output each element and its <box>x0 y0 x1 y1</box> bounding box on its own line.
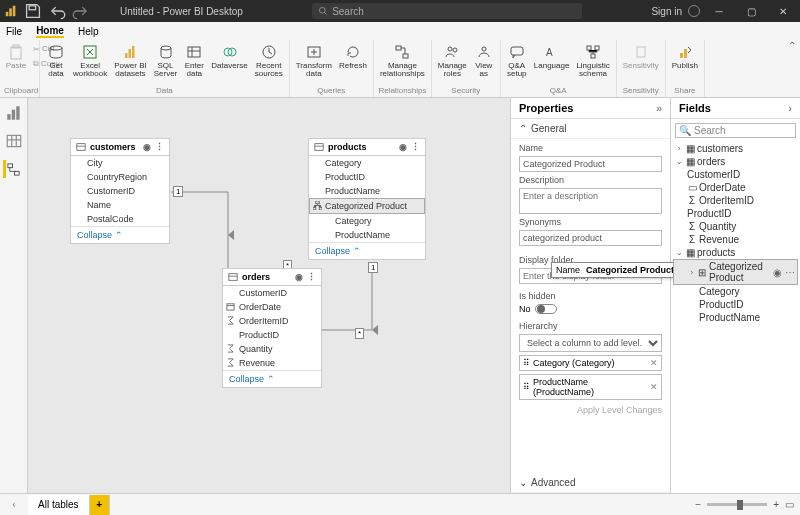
menu-file[interactable]: File <box>6 26 22 37</box>
model-canvas[interactable]: 1 * 1 * customers◉⋮ City CountryRegion C… <box>28 98 510 493</box>
field[interactable]: Name <box>71 198 169 212</box>
more-icon[interactable]: ⋮ <box>411 142 420 152</box>
manage-rel-button[interactable]: Manage relationships <box>378 42 427 79</box>
field-node[interactable]: ▭OrderDate <box>673 181 798 194</box>
minimize-button[interactable]: ─ <box>706 0 732 22</box>
model-view-icon[interactable] <box>3 160 21 178</box>
field[interactable]: CustomerID <box>71 184 169 198</box>
collapse-link[interactable]: Collapse ⌃ <box>229 374 275 384</box>
name-input[interactable] <box>519 156 662 172</box>
hierarchy-level[interactable]: Category <box>309 214 425 228</box>
table-products[interactable]: products◉⋮ Category ProductID ProductNam… <box>308 138 426 260</box>
expand-panel-icon[interactable]: › <box>788 102 792 114</box>
view-as-button[interactable]: View as <box>472 42 496 79</box>
fields-search[interactable]: 🔍Search <box>675 123 796 138</box>
drag-icon[interactable]: ⠿ <box>523 382 530 392</box>
hierarchy-node[interactable]: ›⊞Categorized Product◉⋯ <box>673 259 798 285</box>
field-node[interactable]: ΣRevenue <box>673 233 798 246</box>
field-node[interactable]: ProductID <box>673 298 798 311</box>
section-advanced[interactable]: ⌄Advanced <box>511 473 670 493</box>
field-node[interactable]: ΣOrderItemID <box>673 194 798 207</box>
avatar-icon[interactable] <box>688 5 700 17</box>
desc-input[interactable] <box>519 188 662 214</box>
menu-home[interactable]: Home <box>36 25 64 38</box>
hier-level[interactable]: ⠿ProductName (ProductName)✕ <box>519 374 662 400</box>
hierarchy-level[interactable]: ProductName <box>309 228 425 242</box>
recent-sources-button[interactable]: Recent sources <box>253 42 285 79</box>
syn-input[interactable] <box>519 230 662 246</box>
collapse-ribbon-icon[interactable]: ⌃ <box>784 40 800 97</box>
drag-icon[interactable]: ⠿ <box>523 358 530 368</box>
field[interactable]: OrderDate <box>223 300 321 314</box>
all-tables-tab[interactable]: All tables <box>28 495 90 515</box>
qa-setup-button[interactable]: Q&A setup <box>505 42 529 79</box>
field[interactable]: Category <box>309 156 425 170</box>
report-view-icon[interactable] <box>5 104 23 122</box>
maximize-button[interactable]: ▢ <box>738 0 764 22</box>
zoom-in-button[interactable]: + <box>773 499 779 510</box>
field[interactable]: ProductID <box>309 170 425 184</box>
pbi-datasets-button[interactable]: Power BI datasets <box>112 42 148 79</box>
excel-button[interactable]: Excel workbook <box>71 42 109 79</box>
hidden-toggle[interactable]: No <box>519 304 662 314</box>
zoom-slider[interactable] <box>707 503 767 506</box>
table-node[interactable]: ⌄▦orders <box>673 155 798 168</box>
save-icon[interactable] <box>24 2 42 20</box>
scroll-left-icon[interactable]: ‹ <box>0 499 28 510</box>
transform-button[interactable]: Transform data <box>294 42 334 79</box>
field[interactable]: OrderItemID <box>223 314 321 328</box>
field-node[interactable]: ΣQuantity <box>673 220 798 233</box>
field[interactable]: Quantity <box>223 342 321 356</box>
visible-icon[interactable]: ◉ <box>773 267 782 278</box>
zoom-out-button[interactable]: − <box>695 499 701 510</box>
copy-button[interactable]: ⧉Copy <box>31 57 55 71</box>
collapse-panel-icon[interactable]: » <box>656 102 662 114</box>
sign-in-link[interactable]: Sign in <box>651 6 682 17</box>
data-view-icon[interactable] <box>5 132 23 150</box>
field[interactable]: City <box>71 156 169 170</box>
table-customers[interactable]: customers◉⋮ City CountryRegion CustomerI… <box>70 138 170 244</box>
redo-icon[interactable] <box>72 2 90 20</box>
sql-button[interactable]: SQL Server <box>152 42 180 79</box>
cut-button[interactable]: ✂Cut <box>31 42 55 56</box>
hierarchy-field[interactable]: Categorized Product <box>309 198 425 214</box>
field[interactable]: CountryRegion <box>71 170 169 184</box>
field-node[interactable]: CustomerID <box>673 168 798 181</box>
close-button[interactable]: ✕ <box>770 0 796 22</box>
table-node[interactable]: ›▦customers <box>673 142 798 155</box>
remove-icon[interactable]: ✕ <box>650 358 658 368</box>
refresh-button[interactable]: Refresh <box>337 42 369 71</box>
sensitivity-button[interactable]: Sensitivity <box>621 42 661 71</box>
field[interactable]: CustomerID <box>223 286 321 300</box>
more-icon[interactable]: ⋮ <box>155 142 164 152</box>
language-button[interactable]: ALanguage <box>532 42 572 71</box>
schema-button[interactable]: Linguistic schema <box>574 42 611 79</box>
field-node[interactable]: Category <box>673 285 798 298</box>
preview-icon[interactable]: ◉ <box>295 272 303 282</box>
enter-data-button[interactable]: Enter data <box>182 42 206 79</box>
field-node[interactable]: ProductName <box>673 311 798 324</box>
field[interactable]: Revenue <box>223 356 321 370</box>
field[interactable]: PostalCode <box>71 212 169 226</box>
publish-button[interactable]: Publish <box>670 42 700 71</box>
preview-icon[interactable]: ◉ <box>399 142 407 152</box>
preview-icon[interactable]: ◉ <box>143 142 151 152</box>
collapse-link[interactable]: Collapse ⌃ <box>315 246 361 256</box>
add-tab-button[interactable]: + <box>90 495 110 515</box>
dataverse-button[interactable]: Dataverse <box>209 42 249 71</box>
more-icon[interactable]: ⋯ <box>785 267 795 278</box>
menu-help[interactable]: Help <box>78 26 99 37</box>
field[interactable]: ProductID <box>223 328 321 342</box>
hier-level[interactable]: ⠿Category (Category)✕ <box>519 355 662 371</box>
field[interactable]: ProductName <box>309 184 425 198</box>
manage-roles-button[interactable]: Manage roles <box>436 42 469 79</box>
undo-icon[interactable] <box>48 2 66 20</box>
remove-icon[interactable]: ✕ <box>650 382 658 392</box>
paste-button[interactable]: Paste <box>4 42 28 71</box>
fit-page-icon[interactable]: ▭ <box>785 499 794 510</box>
hier-select[interactable]: Select a column to add level... <box>519 334 662 352</box>
more-icon[interactable]: ⋮ <box>307 272 316 282</box>
field-node[interactable]: ProductID <box>673 207 798 220</box>
collapse-link[interactable]: Collapse ⌃ <box>77 230 123 240</box>
section-general[interactable]: ⌃General <box>511 119 670 139</box>
